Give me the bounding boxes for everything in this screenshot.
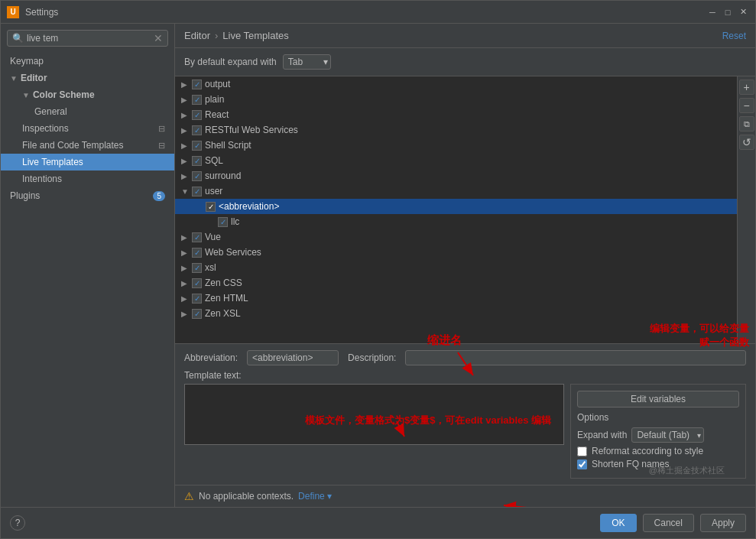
checkbox-llc[interactable] [218,217,228,227]
description-input[interactable] [405,350,746,365]
expand-with-select-wrapper: Default (Tab) [631,427,704,443]
list-item[interactable]: ▶ Zen XSL [175,306,737,321]
sidebar-item-general[interactable]: General [1,103,174,120]
list-item[interactable]: ▶ Web Services [175,245,737,260]
expand-select-wrapper: Tab Enter Space [283,54,331,70]
settings-window: U Settings ─ □ ✕ 🔍 ✕ Keymap ▼ Editor [0,0,756,539]
add-button[interactable]: + [739,80,754,95]
expand-row: By default expand with Tab Enter Space [175,48,755,76]
list-item[interactable]: ▶ xsl [175,260,737,275]
checkbox-shell[interactable] [192,141,202,151]
options-title: Options [577,412,739,423]
sidebar-item-inspections[interactable]: Inspections ⊟ [1,120,174,137]
sidebar-item-intentions[interactable]: Intentions [1,170,174,187]
reformat-label: Reformat according to style [592,446,703,456]
live-templates-label: Live Templates [22,157,83,167]
abbreviation-input[interactable] [247,350,339,365]
checkbox-zen-html[interactable] [192,294,202,304]
expand-select[interactable]: Tab Enter Space [283,54,331,70]
close-button[interactable]: ✕ [737,6,749,18]
arrow-icon: ▶ [181,248,189,257]
checkbox-plain[interactable] [192,95,202,105]
editor-area: Abbreviation: Description: Template text… [175,343,755,485]
reformat-checkbox[interactable] [577,446,587,456]
list-item[interactable]: ▶ Zen HTML [175,291,737,306]
sidebar-item-color-scheme-label: Color Scheme [33,89,95,100]
maximize-button[interactable]: □ [722,6,734,18]
list-item[interactable]: ▶ React [175,107,737,122]
shorten-fq-checkbox[interactable] [577,459,587,469]
expand-with-row: Expand with Default (Tab) [577,427,739,443]
checkbox-surround[interactable] [192,171,202,181]
list-item[interactable]: ▶ RESTful Web Services [175,122,737,138]
list-item[interactable]: ▼ user [175,183,737,199]
list-item[interactable]: <abbreviation> [175,199,737,214]
minimize-button[interactable]: ─ [706,6,719,18]
list-item[interactable]: ▶ Zen CSS [175,275,737,291]
list-item[interactable]: ▶ Vue [175,229,737,245]
reformat-row: Reformat according to style [577,446,739,456]
checkbox-react[interactable] [192,110,202,120]
color-scheme-arrow-icon: ▼ [22,91,30,99]
define-link[interactable]: Define ▾ [298,491,332,502]
expand-label: By default expand with [184,57,277,67]
checkbox-sql[interactable] [192,156,202,166]
search-clear-button[interactable]: ✕ [154,32,163,44]
list-item[interactable]: ▶ SQL [175,153,737,168]
breadcrumb-separator: › [215,30,218,41]
group-label: user [205,186,731,196]
list-item[interactable]: llc [175,214,737,229]
search-input[interactable] [27,33,151,44]
checkbox-abbreviation[interactable] [206,202,216,212]
description-label: Description: [348,352,396,363]
checkbox-vue[interactable] [192,232,202,242]
checkbox-xsl[interactable] [192,263,202,273]
sidebar-item-plugins[interactable]: Plugins 5 [1,187,174,204]
checkbox-user[interactable] [192,187,202,196]
group-label: React [205,109,731,120]
list-item[interactable]: ▶ output [175,76,737,92]
arrow-icon: ▶ [181,294,189,303]
sidebar-item-live-templates[interactable]: Live Templates [1,154,174,170]
template-label: <abbreviation> [219,201,731,212]
reset-button[interactable]: Reset [722,31,746,41]
sidebar-item-editor[interactable]: ▼ Editor [1,70,174,86]
no-contexts-text: No applicable contexts. [199,491,294,502]
group-label: xsl [205,262,731,273]
group-label: Zen CSS [205,278,731,288]
search-box: 🔍 ✕ [7,30,168,47]
titlebar: U Settings ─ □ ✕ [1,1,755,24]
apply-button[interactable]: Apply [700,514,746,532]
sidebar-item-keymap-label: Keymap [10,56,44,67]
dialog-footer: ? OK Cancel Apply [1,507,755,538]
help-button[interactable]: ? [10,515,25,531]
arrow-icon: ▶ [181,126,189,135]
copy-button[interactable]: ⧉ [739,116,754,132]
remove-button[interactable]: − [739,98,754,113]
arrow-icon: ▶ [181,264,189,272]
sidebar: 🔍 ✕ Keymap ▼ Editor ▼ Color Scheme Gener… [1,24,175,507]
sidebar-item-keymap[interactable]: Keymap [1,53,174,70]
checkbox-zen-css[interactable] [192,278,202,288]
group-label: Zen HTML [205,293,731,304]
checkbox-zen-xsl[interactable] [192,309,202,319]
edit-variables-button[interactable]: Edit variables [577,391,739,407]
sidebar-item-file-code-templates[interactable]: File and Code Templates ⊟ [1,137,174,154]
shorten-fq-row: Shorten FQ names [577,459,739,469]
cancel-button[interactable]: Cancel [643,514,694,532]
editor-arrow-icon: ▼ [10,74,18,83]
checkbox-web-services[interactable] [192,248,202,258]
list-item[interactable]: ▶ plain [175,92,737,107]
checkbox-output[interactable] [192,80,202,89]
checkbox-restful[interactable] [192,125,202,135]
file-templates-icon: ⊟ [158,141,165,151]
expand-with-select[interactable]: Default (Tab) [631,427,704,443]
intentions-label: Intentions [22,174,62,184]
ok-button[interactable]: OK [600,514,636,532]
template-textarea[interactable] [184,384,564,445]
list-item[interactable]: ▶ Shell Script [175,138,737,153]
revert-button[interactable]: ↺ [739,135,754,150]
sidebar-item-color-scheme[interactable]: ▼ Color Scheme [1,86,174,103]
group-label: SQL [205,155,731,166]
list-item[interactable]: ▶ surround [175,168,737,183]
